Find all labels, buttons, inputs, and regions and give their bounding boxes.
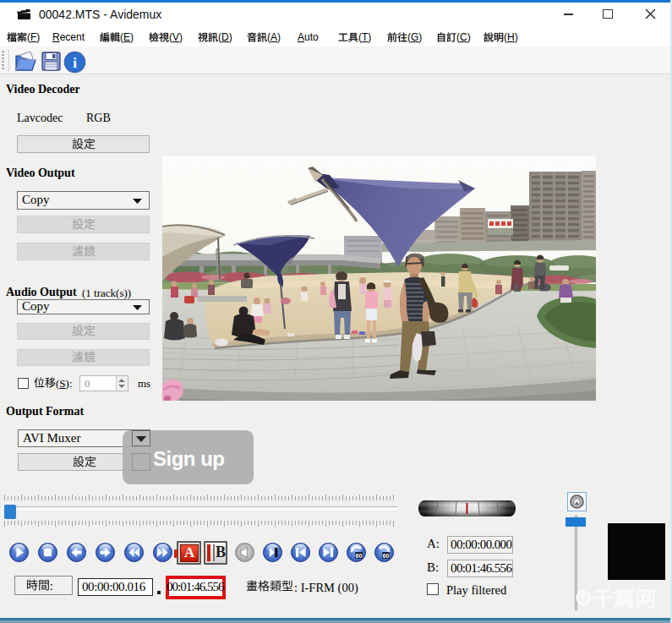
svg-text:i: i xyxy=(73,55,77,71)
svg-text:60: 60 xyxy=(355,553,362,559)
svg-text:60: 60 xyxy=(382,553,389,559)
